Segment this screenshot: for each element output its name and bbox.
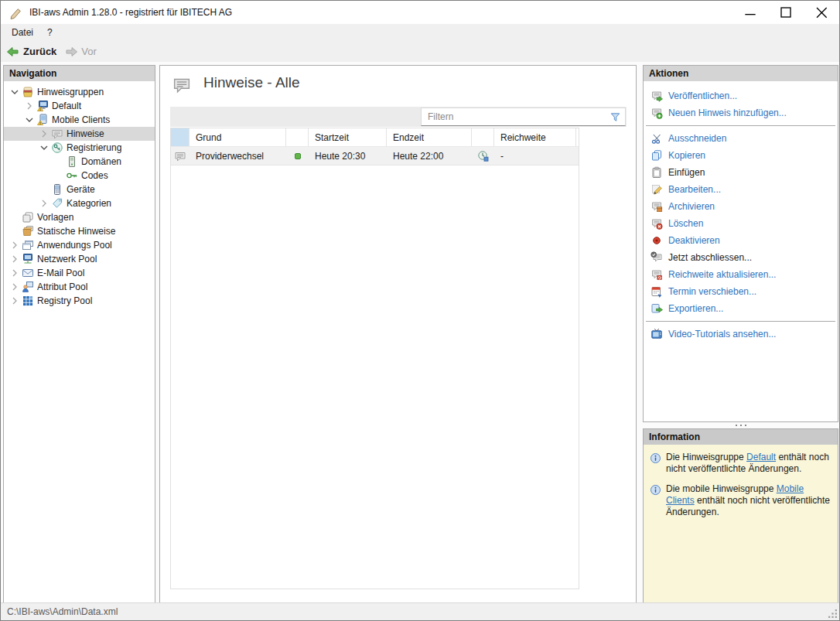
add-notice-icon [650,107,663,119]
action-reichweite-aktualisieren[interactable]: Reichweite aktualisieren... [644,266,838,283]
action-label: Exportieren... [668,303,723,314]
column-header-empty[interactable] [171,128,190,146]
info-icon [650,452,661,464]
action-deaktivieren[interactable]: Deaktivieren [644,232,838,249]
close-icon [815,6,828,19]
column-header-empty[interactable] [286,128,309,146]
maximize-button[interactable] [768,1,804,24]
tree-item-vorlagen[interactable]: Vorlagen [4,210,155,224]
tree-item-netzwerk-pool[interactable]: Netzwerk Pool [4,252,155,266]
maximize-icon [780,6,792,19]
tree-item-statische-hinweise[interactable]: Statische Hinweise [4,224,155,238]
back-button-label: Zurück [23,46,56,57]
tree-item-label: Hinweise [67,128,104,139]
chevron-right-icon[interactable] [9,281,22,293]
content-area: Navigation HinweisgruppenDefaultMobile C… [1,62,839,602]
column-header-empty[interactable] [472,128,494,146]
back-button[interactable]: Zurück [6,45,56,59]
tree-item-hinweisgruppen[interactable]: Hinweisgruppen [4,85,155,99]
action-neuen-hinweis-hinzufügen[interactable]: Neuen Hinweis hinzufügen... [644,104,838,121]
chevron-down-icon[interactable] [9,86,22,98]
resize-grip-icon[interactable] [828,609,838,619]
chevron-right-icon[interactable] [9,295,22,307]
page-title: Hinweise - Alle [203,74,300,91]
registration-icon [51,142,63,154]
title-bar[interactable]: IBI-aws Admin 1.28.0 - registriert für I… [1,1,839,24]
action-exportieren[interactable]: Exportieren... [644,300,838,317]
actions-panel-header: Aktionen [644,66,838,81]
chevron-none [53,155,66,168]
tree-item-registry-pool[interactable]: Registry Pool [4,294,155,308]
tree-item-attribut-pool[interactable]: Attribut Pool [4,280,155,294]
separator [646,321,835,322]
menu-bar: Datei? [1,24,839,41]
application-pool-icon [22,239,34,251]
action-label: Kopieren [668,150,705,161]
attribute-pool-icon [22,281,34,293]
panel-splitter[interactable] [643,422,838,428]
notice-icon [174,150,186,162]
chevron-down-icon[interactable] [23,114,36,126]
action-archivieren[interactable]: Archivieren [644,198,838,215]
action-kopieren[interactable]: Kopieren [644,147,838,164]
minimize-button[interactable] [732,1,768,24]
column-header-startzeit[interactable]: Startzeit [309,128,387,146]
tree-item-codes[interactable]: Codes [4,169,155,183]
tree-item-mobile-clients[interactable]: Mobile Clients [4,113,155,127]
chevron-right-icon[interactable] [9,253,22,265]
table-cell-startzeit: Heute 20:30 [309,147,387,165]
chevron-right-icon[interactable] [9,239,22,251]
action-veröffentlichen[interactable]: Veröffentlichen... [644,87,838,104]
table-cell-endzeit: Heute 22:00 [387,147,472,165]
column-header-endzeit[interactable]: Endzeit [387,128,472,146]
chevron-down-icon[interactable] [38,142,51,154]
tree-item-label: Registrierung [67,142,121,153]
active-status-icon [292,150,304,162]
action-video-tutorials-ansehen[interactable]: Video-Tutorials ansehen... [644,326,838,343]
forward-arrow-icon [64,45,78,59]
chevron-none [9,211,22,223]
menu-item-[interactable]: ? [40,24,60,41]
menu-item-datei[interactable]: Datei [5,24,40,41]
tree-item-registrierung[interactable]: Registrierung [4,141,155,155]
action-termin-verschieben[interactable]: Termin verschieben... [644,283,838,300]
chevron-right-icon[interactable] [9,267,22,279]
table-row[interactable]: ProviderwechselHeute 20:30Heute 22:00- [171,146,579,165]
table-header-row: GrundStartzeitEndzeitReichweite [171,128,579,146]
tree-item-hinweise[interactable]: Hinweise [4,127,155,141]
chevron-right-icon[interactable] [38,197,51,210]
tree-item-geräte[interactable]: Geräte [4,183,155,196]
table-cell-row_icon [171,147,190,165]
chevron-right-icon[interactable] [23,100,36,112]
table-body: ProviderwechselHeute 20:30Heute 22:00- [171,146,579,165]
filter-input[interactable] [422,108,625,125]
notice-icon [51,128,63,140]
tree-item-anwendungs-pool[interactable]: Anwendungs Pool [4,238,155,252]
info-link-default[interactable]: Default [746,452,776,462]
archive-icon [650,200,663,213]
chevron-right-icon[interactable] [38,128,51,140]
action-ausschneiden[interactable]: Ausschneiden [644,130,838,147]
tree-item-kategorien[interactable]: Kategorien [4,196,155,210]
window-title: IBI-aws Admin 1.28.0 - registriert für I… [29,7,232,18]
deactivate-icon [650,234,663,247]
tree-item-label: Mobile Clients [52,114,110,125]
filter-funnel-icon[interactable] [610,111,621,123]
action-bearbeiten[interactable]: Bearbeiten... [644,181,838,198]
action-löschen[interactable]: Löschen [644,215,838,232]
tree-item-label: Hinweisgruppen [37,87,104,97]
column-header-reichweite[interactable]: Reichweite [494,128,576,146]
action-label: Termin verschieben... [668,286,756,297]
close-button[interactable] [804,1,839,24]
tree-item-default[interactable]: Default [4,99,155,113]
column-header-grund[interactable]: Grund [190,128,286,146]
tree-item-label: E-Mail Pool [37,268,84,278]
tree-item-domänen[interactable]: Domänen [4,155,155,169]
info-icon [650,484,661,496]
templates-icon [22,211,34,223]
tree-item-e-mail-pool[interactable]: E-Mail Pool [4,266,155,280]
chevron-none [53,169,66,182]
info-text: Die Hinweisgruppe Default enthält noch n… [666,452,831,475]
action-jetzt-abschliessen: Jetzt abschliessen... [644,249,838,266]
table-cell-status_icon [286,147,309,165]
